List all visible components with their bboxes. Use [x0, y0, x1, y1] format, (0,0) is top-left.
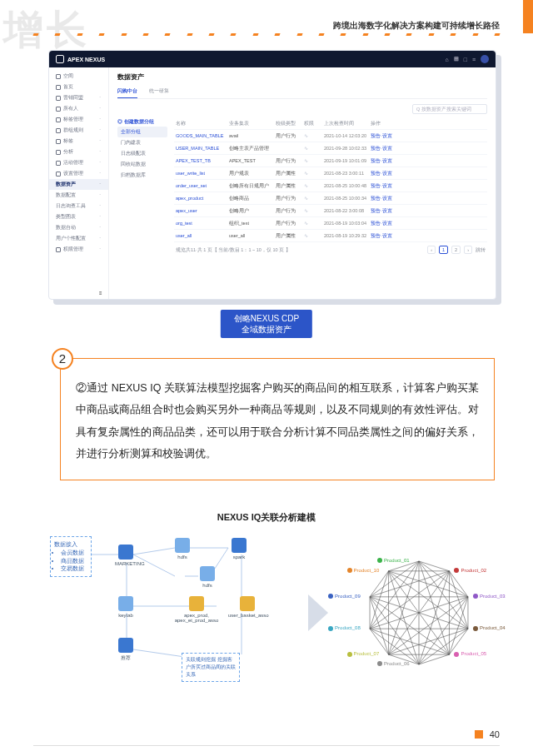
menu-icon[interactable]: ≡ — [472, 57, 476, 62]
svg-line-57 — [370, 571, 389, 597]
node-marketing: MARKETING — [115, 545, 137, 566]
chevron-down-icon: ˅ — [99, 193, 102, 198]
page-1[interactable]: 1 — [439, 246, 448, 254]
header-icon-group: ⌂ ⊞ □ ≡ — [445, 55, 489, 63]
sidebar-item-7[interactable]: 分析˅ — [49, 147, 108, 157]
home-icon[interactable]: ⌂ — [445, 57, 448, 62]
filter-item-0[interactable]: 全部分组 — [117, 127, 167, 137]
graph-node-2: Product_02 — [452, 568, 486, 573]
rec-icon — [118, 638, 133, 653]
sidebar-item-9[interactable]: 设置管理˅ — [49, 168, 108, 179]
table-row[interactable]: apex_user创略用户用户行为∿2021-08-22 3:00:08预告·设… — [174, 205, 487, 217]
step-description-box: ②通过 NEXUS IQ 关联算法模型挖掘客户购买的商品间的相互联系，计算客户购… — [60, 358, 495, 480]
filter-item-1[interactable]: 门内建表 — [117, 137, 167, 148]
sidebar-item-15[interactable]: 用户个性配置˅ — [49, 233, 108, 244]
cell-type: 用户行为 — [276, 221, 304, 226]
sidebar-item-3[interactable]: 所有人˅ — [49, 103, 108, 114]
table-header-cell: 名称 — [176, 121, 229, 127]
cell-ops[interactable]: 预告·设置 — [371, 171, 399, 177]
product-graph: Product_01Product_02Product_03Product_04… — [341, 540, 496, 686]
filter-item-2[interactable]: 日志级配表 — [117, 148, 167, 159]
table-row[interactable]: APEX_TEST_TBAPEX_TEST用户行为∿2021-09-19 10:… — [174, 155, 487, 167]
cell-type: 用户行为 — [276, 208, 304, 214]
sidebar-item-8[interactable]: 活动管理˅ — [49, 157, 108, 168]
dot-icon — [347, 652, 352, 657]
sidebar-item-4[interactable]: 标签管理˅ — [49, 114, 108, 125]
sidebar-item-12[interactable]: 日志询查工具˅ — [49, 201, 108, 211]
cell-ops[interactable]: 预告·设置 — [371, 233, 399, 239]
sidebar-item-13[interactable]: 类型图表˅ — [49, 211, 108, 222]
table-row[interactable]: USER_MAIN_TABLE创略主表产品管理∿2021-09-28 10:02… — [174, 142, 487, 155]
sidebar-item-1[interactable]: 首页 — [49, 82, 108, 92]
sidebar-item-2[interactable]: 营销同盟˅ — [49, 92, 108, 103]
table-row[interactable]: org_test组织_test用户行为∿2021-08-19 10:03:04预… — [174, 217, 487, 230]
table-row[interactable]: user_alluser_all用户属性∿2021-08-19 10:29:32… — [174, 230, 487, 242]
chevron-down-icon: ˅ — [99, 247, 102, 252]
screenshot-caption: 创略NEXUS CDP 全域数据资产 — [221, 310, 312, 338]
cell-type: 用户行为 — [276, 133, 304, 139]
tab-0[interactable]: 闪购中台 — [117, 85, 137, 98]
chevron-down-icon: ˅ — [99, 204, 102, 209]
search-input[interactable]: Q 按数据资产搜索关键词 — [412, 104, 487, 114]
sidebar-item-11[interactable]: 数据配置˅ — [49, 190, 108, 201]
table-row[interactable]: GOODS_MAIN_TABLEavail用户行为∿2021-10-14 12:… — [174, 130, 487, 142]
page-number-text: 40 — [490, 729, 500, 739]
page-2[interactable]: 2 — [451, 246, 461, 254]
watermark-text: 增长 — [3, 3, 90, 57]
node-hdfs-2: hdfs — [197, 566, 218, 588]
svg-line-42 — [389, 571, 468, 629]
nav-icon — [56, 128, 61, 133]
page-next[interactable]: › — [464, 246, 472, 254]
cell-name: org_test — [176, 221, 229, 226]
cell-ext-icon: ∿ — [304, 146, 324, 151]
apps-icon[interactable]: ⊞ — [454, 56, 459, 62]
page-prev[interactable]: ‹ — [427, 246, 436, 254]
cell-ops[interactable]: 预告·设置 — [371, 196, 399, 201]
cell-ops[interactable]: 预告·设置 — [371, 183, 399, 189]
cell-type: 用户属性 — [276, 171, 304, 177]
flow-input-item: 交易数据 — [61, 565, 87, 573]
graph-edges — [341, 540, 496, 686]
chevron-down-icon: ˅ — [99, 96, 102, 101]
sidebar-item-14[interactable]: 数据自动˅ — [49, 222, 108, 233]
chevron-down-icon: ˅ — [99, 215, 102, 220]
node-keytab: keytab — [115, 596, 137, 618]
cell-time: 2021-10-14 12:03:20 — [324, 133, 371, 138]
svg-line-22 — [449, 571, 468, 597]
table-row[interactable]: order_user_set创略所有日规用户用户属性∿2021-08-25 10… — [174, 180, 487, 192]
nav-icon — [56, 139, 61, 144]
cell-type: 用户行为 — [276, 158, 304, 164]
sidebar-item-10[interactable]: 数据资产˅ — [49, 179, 108, 190]
cell-source: 创略所有日规用户 — [229, 183, 276, 189]
graph-node-8: Product_08 — [326, 625, 361, 630]
cell-ops[interactable]: 预告·设置 — [371, 133, 399, 139]
create-data-group[interactable]: ◎ 创建数据分组 — [117, 117, 167, 127]
sidebar-item-5[interactable]: 群组规则˅ — [49, 125, 108, 136]
sidebar-item-6[interactable]: 标签˅ — [49, 136, 108, 147]
sidebar-collapse-icon[interactable]: ≡ — [99, 291, 102, 296]
cell-ext-icon: ∿ — [304, 196, 324, 201]
table-row[interactable]: user_write_list用户规表用户属性∿2021-08-23 3:00:… — [174, 167, 487, 180]
app-content: 数据资产 闪购中台统一研算 Q 按数据资产搜索关键词 ◎ 创建数据分组 全部分组… — [109, 67, 496, 299]
cell-ops[interactable]: 预告·设置 — [371, 208, 399, 214]
cell-ops[interactable]: 预告·设置 — [371, 146, 399, 152]
table-header-cell: 业务集表 — [229, 121, 276, 127]
graph-node-7: Product_07 — [346, 651, 380, 656]
step-description-text: ②通过 NEXUS IQ 关联算法模型挖掘客户购买的商品间的相互联系，计算客户购… — [76, 382, 479, 460]
table-header-cell: 操作 — [371, 121, 399, 127]
avatar[interactable] — [481, 55, 489, 63]
cell-ops[interactable]: 预告·设置 — [371, 221, 399, 226]
cell-ops[interactable]: 预告·设置 — [371, 158, 399, 164]
filter-item-3[interactable]: 回收站数据 — [117, 159, 167, 170]
dot-icon — [454, 568, 459, 573]
tab-1[interactable]: 统一研算 — [149, 85, 169, 98]
corner-accent — [523, 0, 533, 33]
cell-name: apex_product — [176, 196, 229, 201]
filter-item-4[interactable]: 归档数据库 — [117, 170, 167, 181]
nav-icon — [56, 117, 61, 122]
window-icon[interactable]: □ — [464, 57, 467, 62]
sidebar-item-16[interactable]: 权限管理˅ — [49, 244, 108, 255]
graph-node-5: Product_05 — [452, 651, 486, 656]
table-row[interactable]: apex_product创略商品用户行为∿2021-08-25 10:00:34… — [174, 192, 487, 205]
sidebar-item-0[interactable]: 空间 — [49, 71, 108, 82]
